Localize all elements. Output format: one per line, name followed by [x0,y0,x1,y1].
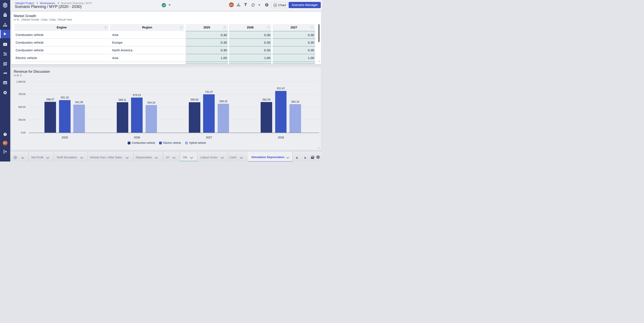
svg-text:MC: MC [230,4,233,6]
svg-text:?: ? [4,133,6,136]
svg-text:MC: MC [4,142,7,144]
